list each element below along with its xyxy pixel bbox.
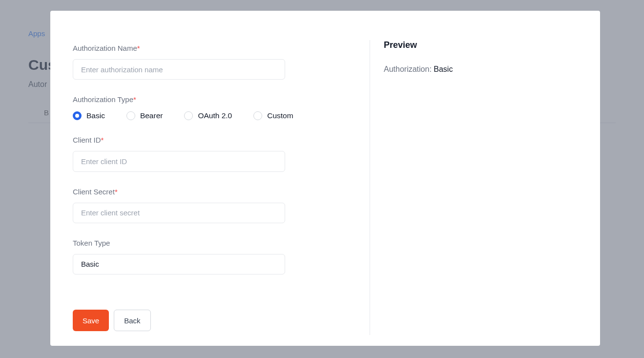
radio-icon xyxy=(126,111,135,120)
radio-label: Basic xyxy=(86,111,105,120)
preview-authorization-row: Authorization: Basic xyxy=(384,65,585,74)
modal-form-panel: Authorization Name* Authorization Type* … xyxy=(50,11,370,346)
auth-type-radio-bearer[interactable]: Bearer xyxy=(126,111,163,120)
token-type-input[interactable] xyxy=(73,254,285,274)
client-id-input[interactable] xyxy=(73,151,285,171)
radio-icon xyxy=(73,111,82,120)
auth-type-radio-custom[interactable]: Custom xyxy=(253,111,293,120)
client-id-label: Client ID* xyxy=(73,136,347,144)
auth-name-input[interactable] xyxy=(73,59,285,80)
radio-label: OAuth 2.0 xyxy=(198,111,232,120)
auth-type-label: Authorization Type* xyxy=(73,95,347,104)
preview-title: Preview xyxy=(384,40,585,50)
client-secret-label: Client Secret* xyxy=(73,188,347,196)
preview-auth-key: Authorization: xyxy=(384,65,434,73)
auth-name-label: Authorization Name* xyxy=(73,44,347,52)
radio-icon xyxy=(253,111,262,120)
authorization-modal: Authorization Name* Authorization Type* … xyxy=(50,11,600,346)
back-button[interactable]: Back xyxy=(114,310,150,331)
radio-icon xyxy=(184,111,193,120)
token-type-label: Token Type xyxy=(73,239,347,247)
client-secret-input[interactable] xyxy=(73,203,285,223)
modal-button-row: Save Back xyxy=(73,310,347,331)
preview-auth-value: Basic xyxy=(434,65,453,73)
save-button[interactable]: Save xyxy=(73,310,109,331)
auth-type-radio-basic[interactable]: Basic xyxy=(73,111,105,120)
radio-label: Custom xyxy=(267,111,293,120)
auth-type-radio-oauth[interactable]: OAuth 2.0 xyxy=(184,111,232,120)
radio-label: Bearer xyxy=(140,111,163,120)
modal-preview-panel: Preview Authorization: Basic xyxy=(370,11,600,346)
auth-type-radio-group: Basic Bearer OAuth 2.0 Custom xyxy=(73,111,347,120)
